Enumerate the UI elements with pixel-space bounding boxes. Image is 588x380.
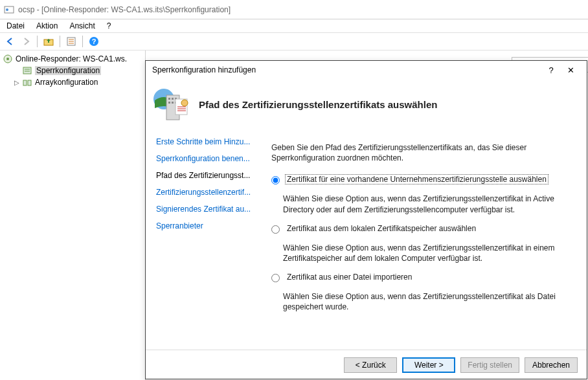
- radio-input-import-file[interactable]: [271, 274, 280, 282]
- wizard-header-icon: [152, 86, 188, 122]
- wizard-header-title: Pfad des Zertifizierungsstellenzertifika…: [199, 99, 437, 110]
- wizard-nav-step5[interactable]: Signierendes Zertifikat au...: [156, 201, 257, 218]
- help-icon[interactable]: ?: [87, 35, 100, 48]
- svg-rect-15: [28, 80, 31, 85]
- radio-group-cert-source: Zertifikat für eine vorhandene Unternehm…: [271, 175, 571, 312]
- radio-option-enterprise-ca[interactable]: Zertifikat für eine vorhandene Unternehm…: [271, 175, 571, 184]
- svg-point-25: [181, 100, 188, 106]
- radio-label-local-store: Zertifikat aus dem lokalen Zertifikatspe…: [285, 223, 478, 234]
- array-icon: [22, 77, 32, 87]
- radio-input-local-store[interactable]: [271, 225, 280, 234]
- toolbar-separator: [82, 36, 83, 47]
- toolbar-separator: [60, 36, 60, 47]
- main-window-title: ocsp - [Online-Responder: WS-CA1.ws.its\…: [18, 5, 231, 14]
- svg-rect-21: [168, 102, 170, 104]
- nav-forward-icon: [19, 35, 32, 48]
- wizard-nav-step2[interactable]: Sperrkonfiguration benen...: [156, 150, 257, 167]
- radio-desc-local-store: Wählen Sie diese Option aus, wenn das Ze…: [283, 243, 571, 263]
- toolbar-separator: [37, 36, 38, 47]
- config-icon: [22, 65, 32, 76]
- back-button[interactable]: < Zurück: [344, 357, 397, 373]
- wizard-help-button[interactable]: ?: [541, 65, 561, 75]
- wizard-nav-step3[interactable]: Pfad des Zertifizierungsst...: [156, 167, 257, 184]
- svg-point-1: [6, 8, 8, 11]
- radio-option-local-store[interactable]: Zertifikat aus dem lokalen Zertifikatspe…: [271, 224, 571, 234]
- folder-up-icon[interactable]: [42, 35, 55, 48]
- menu-file[interactable]: Datei: [6, 21, 25, 30]
- tree-root[interactable]: Online-Responder: WS-CA1.ws.: [0, 53, 145, 65]
- wizard-titlebar: Sperrkonfiguration hinzufügen ? ✕: [146, 61, 587, 79]
- tree-node-label: Arraykonfiguration: [35, 78, 98, 87]
- radio-input-enterprise-ca[interactable]: [271, 176, 280, 184]
- wizard-dialog: Sperrkonfiguration hinzufügen ? ✕ Pfad d…: [145, 60, 587, 379]
- svg-point-10: [6, 58, 9, 60]
- svg-rect-22: [172, 102, 174, 104]
- svg-rect-11: [23, 67, 31, 74]
- properties-icon[interactable]: [65, 35, 78, 48]
- tree-node-label: Sperrkonfiguration: [35, 66, 101, 75]
- wizard-body: Erste Schritte beim Hinzu... Sperrkonfig…: [146, 129, 587, 350]
- radio-option-import-file[interactable]: Zertifikat aus einer Datei importieren: [271, 273, 571, 282]
- wizard-header: Pfad des Zertifizierungsstellenzertifika…: [146, 79, 587, 129]
- menubar: Datei Aktion Ansicht ?: [0, 19, 588, 32]
- tree-expand-icon[interactable]: ▷: [14, 79, 22, 86]
- wizard-content: Geben Sie den Pfad des Zertifizierungsst…: [257, 129, 587, 350]
- svg-rect-18: [168, 98, 170, 100]
- radio-label-import-file: Zertifikat aus einer Datei importieren: [285, 272, 414, 282]
- radio-desc-import-file: Wählen Sie diese Option aus, wenn das Ze…: [283, 291, 571, 312]
- tree-node-arraykonfiguration[interactable]: ▷ Arraykonfiguration: [0, 76, 145, 88]
- svg-rect-14: [23, 80, 27, 85]
- wizard-intro-text: Geben Sie den Pfad des Zertifizierungsst…: [271, 142, 571, 163]
- nav-back-icon[interactable]: [4, 35, 17, 48]
- menu-view[interactable]: Ansicht: [69, 21, 95, 30]
- toolbar: ?: [0, 32, 588, 50]
- wizard-title: Sperrkonfiguration hinzufügen: [152, 65, 541, 74]
- responder-icon: [3, 54, 13, 64]
- svg-rect-19: [172, 98, 174, 100]
- finish-button: Fertig stellen: [460, 357, 519, 373]
- menu-action[interactable]: Aktion: [36, 21, 58, 30]
- svg-text:?: ?: [92, 38, 96, 45]
- wizard-nav-step4[interactable]: Zertifizierungsstellenzertif...: [156, 184, 257, 201]
- next-button[interactable]: Weiter >: [402, 357, 455, 373]
- wizard-nav: Erste Schritte beim Hinzu... Sperrkonfig…: [146, 129, 257, 350]
- wizard-nav-step1[interactable]: Erste Schritte beim Hinzu...: [156, 133, 257, 150]
- tree-node-sperrkonfiguration[interactable]: Sperrkonfiguration: [0, 65, 145, 76]
- tree-root-label: Online-Responder: WS-CA1.ws.: [16, 54, 127, 63]
- wizard-nav-step6[interactable]: Sperranbieter: [156, 218, 257, 234]
- radio-label-enterprise-ca: Zertifikat für eine vorhandene Unternehm…: [285, 174, 548, 184]
- main-window-titlebar: ocsp - [Online-Responder: WS-CA1.ws.its\…: [0, 0, 588, 19]
- tree-view: Online-Responder: WS-CA1.ws. Sperrkonfig…: [0, 50, 146, 380]
- ocsp-app-icon: [4, 5, 14, 15]
- radio-desc-enterprise-ca: Wählen Sie diese Option aus, wenn das Ze…: [283, 194, 571, 214]
- wizard-footer: < Zurück Weiter > Fertig stellen Abbrech…: [146, 350, 587, 379]
- wizard-close-button[interactable]: ✕: [561, 65, 580, 75]
- menu-help[interactable]: ?: [107, 21, 111, 30]
- cancel-button[interactable]: Abbrechen: [525, 357, 578, 373]
